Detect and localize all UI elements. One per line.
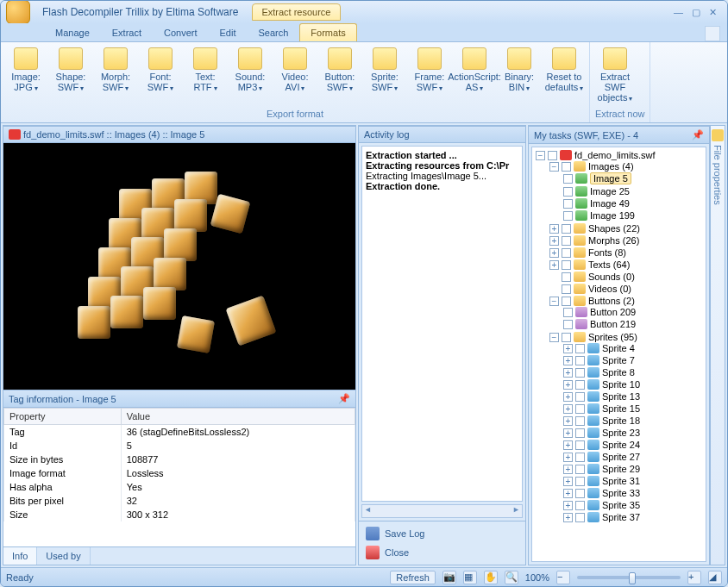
tree-item[interactable]: +Sprite 4 (563, 342, 704, 354)
expand-icon[interactable]: + (563, 513, 573, 522)
column-header[interactable]: Value (121, 409, 355, 425)
checkbox[interactable] (575, 501, 585, 510)
restore-button[interactable]: ▢ (692, 7, 700, 18)
tree-item[interactable]: +Sprite 35 (563, 499, 704, 511)
expand-icon[interactable]: + (563, 404, 573, 414)
tree-item[interactable]: +Sprite 31 (563, 475, 704, 487)
checkbox[interactable] (563, 174, 573, 184)
checkbox[interactable] (575, 356, 585, 365)
tree-item[interactable]: +Sprite 23 (563, 427, 704, 439)
ribbon-item[interactable]: ActionScript:AS (455, 46, 494, 107)
tree-item[interactable]: Image 49 (563, 197, 704, 209)
tree-item[interactable]: Button 219 (563, 318, 704, 330)
expand-icon[interactable]: + (549, 260, 559, 270)
checkbox[interactable] (563, 199, 573, 209)
tree-category[interactable]: −fd_demo_limits.swf−Images (4)Image 5Ima… (536, 149, 704, 525)
tree-item[interactable]: +Sprite 37 (563, 511, 704, 523)
preview-viewport[interactable] (3, 143, 355, 390)
checkbox[interactable] (575, 513, 585, 522)
expand-icon[interactable]: + (563, 489, 573, 498)
checkbox[interactable] (575, 477, 585, 486)
expand-icon[interactable]: + (549, 236, 559, 246)
ribbon-help-icon[interactable] (705, 26, 720, 41)
ribbon-item[interactable]: Button:SWF (320, 46, 360, 107)
ribbon-tab-convert[interactable]: Convert (153, 23, 209, 41)
checkbox[interactable] (575, 380, 585, 390)
ribbon-tab-extract[interactable]: Extract (101, 23, 153, 41)
refresh-button[interactable]: Refresh (390, 571, 436, 584)
checkbox[interactable] (562, 284, 571, 294)
expand-icon[interactable]: − (549, 297, 559, 306)
ribbon-item[interactable]: Morph:SWF (96, 46, 135, 107)
ribbon-item[interactable]: Sprite:SWF (365, 46, 405, 107)
tree-item[interactable]: +Sprite 29 (563, 463, 704, 475)
tree-category[interactable]: −Buttons (2)Button 209Button 219 (549, 295, 704, 331)
ribbon-item[interactable]: Reset todefaults (544, 46, 584, 107)
zoom-in-button[interactable]: + (687, 571, 701, 584)
zoom-out-button[interactable]: − (556, 571, 570, 584)
ribbon-tab-formats[interactable]: Formats (299, 23, 356, 41)
ribbon-item[interactable]: Shape:SWF (51, 46, 91, 107)
checkbox[interactable] (563, 211, 573, 221)
tree-category[interactable]: −Sounds (0) (549, 271, 704, 283)
minimize-button[interactable]: — (674, 7, 683, 18)
expand-icon[interactable]: + (563, 453, 573, 462)
checkbox[interactable] (575, 440, 585, 450)
checkbox[interactable] (575, 465, 585, 474)
ribbon-item[interactable]: Text:RTF (185, 46, 225, 107)
checkbox[interactable] (562, 297, 571, 306)
expand-icon[interactable]: − (536, 151, 545, 160)
checkbox[interactable] (575, 344, 585, 353)
ribbon-item[interactable]: Extract SWFobjects (595, 46, 635, 107)
tree-category[interactable]: +Texts (64) (549, 259, 704, 271)
checkbox[interactable] (575, 368, 585, 378)
ribbon-tab-search[interactable]: Search (248, 23, 300, 41)
tree-item[interactable]: +Sprite 13 (563, 390, 704, 403)
ribbon-tab-manage[interactable]: Manage (44, 23, 101, 41)
checkbox[interactable] (562, 333, 571, 342)
tree-item[interactable]: +Sprite 7 (563, 354, 704, 366)
checkbox[interactable] (563, 187, 573, 197)
file-properties-icon[interactable] (712, 129, 724, 141)
checkbox[interactable] (562, 272, 571, 282)
expand-icon[interactable]: + (563, 465, 573, 474)
tree-item[interactable]: Image 199 (563, 209, 704, 222)
expand-icon[interactable]: + (549, 248, 559, 258)
file-properties-sidebar[interactable]: File properties (710, 125, 725, 565)
expand-icon[interactable]: + (563, 416, 573, 426)
checkbox[interactable] (562, 236, 571, 246)
tree-item[interactable]: Image 25 (563, 185, 704, 197)
expand-icon[interactable]: + (563, 356, 573, 365)
checkbox[interactable] (575, 416, 585, 426)
tree-item[interactable]: +Sprite 33 (563, 487, 704, 499)
tree-item[interactable]: +Sprite 15 (563, 403, 704, 415)
checkbox[interactable] (563, 308, 573, 317)
expand-icon[interactable]: + (563, 380, 573, 390)
pin-icon[interactable]: 📌 (692, 129, 704, 141)
expand-icon[interactable]: + (563, 440, 573, 450)
checkbox[interactable] (548, 151, 557, 160)
tree-category[interactable]: −Sprites (95)+Sprite 4+Sprite 7+Sprite 8… (549, 331, 704, 524)
expand-icon[interactable]: + (563, 428, 573, 438)
ribbon-item[interactable]: Binary:BIN (499, 46, 539, 107)
save-log-button[interactable]: Save Log (362, 525, 522, 542)
context-tab[interactable]: Extract resource (252, 3, 340, 21)
ribbon-item[interactable]: Image:JPG (6, 46, 46, 107)
checkbox[interactable] (575, 392, 585, 402)
tree-category[interactable]: −Images (4)Image 5Image 25Image 49Image … (549, 160, 704, 222)
expand-icon[interactable]: + (563, 501, 573, 510)
info-tab[interactable]: Info (3, 547, 37, 565)
checkbox[interactable] (562, 224, 571, 234)
resize-grip[interactable]: ◢ (708, 571, 722, 584)
tree-item[interactable]: +Sprite 18 (563, 415, 704, 427)
info-tab[interactable]: Used by (37, 547, 90, 565)
tree-item[interactable]: +Sprite 8 (563, 366, 704, 378)
tree-item[interactable]: Image 5 (563, 172, 704, 185)
ribbon-item[interactable]: Frame:SWF (410, 46, 449, 107)
ribbon-item[interactable]: Sound:MP3 (230, 46, 270, 107)
expand-icon[interactable]: + (563, 392, 573, 402)
expand-icon[interactable]: + (549, 224, 559, 234)
thumbnails-icon[interactable]: ▦ (463, 571, 477, 584)
tasks-tree[interactable]: −fd_demo_limits.swf−Images (4)Image 5Ima… (531, 147, 706, 562)
column-header[interactable]: Property (4, 409, 122, 425)
